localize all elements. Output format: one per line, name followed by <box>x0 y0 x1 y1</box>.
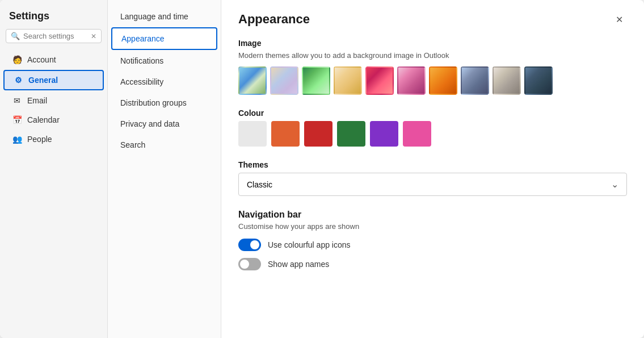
nav-bar-desc: Customise how your apps are shown <box>238 222 627 231</box>
image-thumb-2[interactable] <box>270 66 298 95</box>
sidebar-item-label-general: General <box>28 76 58 85</box>
middle-item-distribution-groups[interactable]: Distribution groups <box>111 93 217 113</box>
colour-section-title: Colour <box>238 109 627 118</box>
themes-section-title: Themes <box>238 160 627 169</box>
colour-swatch-purple[interactable] <box>370 121 398 147</box>
image-thumb-row <box>238 66 627 95</box>
middle-item-appearance[interactable]: Appearance <box>111 27 217 50</box>
clear-icon[interactable]: ✕ <box>91 32 96 40</box>
colour-swatch-red[interactable] <box>304 121 332 147</box>
themes-dropdown-value: Classic <box>247 180 272 189</box>
search-icon: 🔍 <box>11 32 20 40</box>
colour-swatch-pink[interactable] <box>403 121 431 147</box>
nav-bar-section: Navigation bar Customise how your apps a… <box>238 210 627 270</box>
middle-item-search[interactable]: Search <box>111 135 217 155</box>
people-icon: 👥 <box>12 135 22 144</box>
sidebar-item-label-email: Email <box>27 96 47 105</box>
toggle-label-colourful-icons: Use colourful app icons <box>268 240 351 249</box>
image-thumb-1[interactable] <box>238 66 267 95</box>
sidebar-item-general[interactable]: ⚙ General <box>3 70 104 90</box>
sidebar-item-calendar[interactable]: 📅 Calendar <box>3 111 104 129</box>
search-input[interactable] <box>23 32 87 40</box>
image-thumb-10[interactable] <box>524 66 553 95</box>
themes-dropdown[interactable]: Classic ⌄ <box>238 173 627 196</box>
envelope-icon: ✉ <box>12 96 22 105</box>
middle-item-privacy-and-data[interactable]: Privacy and data <box>111 114 217 134</box>
sidebar-item-email[interactable]: ✉ Email <box>3 91 104 110</box>
gear-icon: ⚙ <box>14 76 23 85</box>
main-header: Appearance ✕ <box>238 11 627 27</box>
colour-swatch-grey[interactable] <box>238 121 267 147</box>
image-section-title: Image <box>238 39 627 48</box>
chevron-down-icon: ⌄ <box>611 179 618 190</box>
main-content: Appearance ✕ Image Modern themes allow y… <box>221 0 644 338</box>
sidebar-item-label-people: People <box>27 135 52 144</box>
colour-section: Colour <box>238 109 627 147</box>
toggle-thumb-show-app-names <box>240 260 249 269</box>
sidebar-title: Settings <box>0 7 107 29</box>
image-thumb-3[interactable] <box>302 66 330 95</box>
toggle-label-show-app-names: Show app names <box>268 260 329 269</box>
image-thumb-7[interactable] <box>429 66 457 95</box>
sidebar-item-account[interactable]: 🧑 Account <box>3 51 104 69</box>
sidebar-item-people[interactable]: 👥 People <box>3 130 104 148</box>
toggle-row-colourful-icons: Use colourful app icons <box>238 239 627 251</box>
image-thumb-4[interactable] <box>334 66 362 95</box>
toggle-row-show-app-names: Show app names <box>238 258 627 270</box>
page-title: Appearance <box>238 12 310 27</box>
middle-item-accessibility[interactable]: Accessibility <box>111 72 217 92</box>
calendar-icon: 📅 <box>12 115 22 124</box>
colour-swatch-row <box>238 121 627 147</box>
image-thumb-5[interactable] <box>365 66 394 95</box>
image-section-desc: Modern themes allow you to add a backgro… <box>238 51 627 60</box>
middle-panel: Language and time Appearance Notificatio… <box>108 0 221 338</box>
sidebar-item-label-account: Account <box>27 55 56 64</box>
settings-window: Settings 🔍 ✕ 🧑 Account ⚙ General ✉ Email… <box>0 0 644 338</box>
person-icon: 🧑 <box>12 55 22 64</box>
themes-section: Themes Classic ⌄ <box>238 160 627 196</box>
toggle-show-app-names[interactable] <box>238 258 261 270</box>
toggle-thumb-colourful-icons <box>250 240 259 249</box>
image-thumb-8[interactable] <box>461 66 489 95</box>
middle-item-language-and-time[interactable]: Language and time <box>111 6 217 27</box>
image-thumb-6[interactable] <box>397 66 426 95</box>
search-box[interactable]: 🔍 ✕ <box>6 29 102 43</box>
colour-swatch-green[interactable] <box>337 121 365 147</box>
nav-bar-title: Navigation bar <box>238 210 627 220</box>
sidebar-item-label-calendar: Calendar <box>27 115 60 124</box>
sidebar: Settings 🔍 ✕ 🧑 Account ⚙ General ✉ Email… <box>0 0 108 338</box>
toggle-colourful-icons[interactable] <box>238 239 261 251</box>
close-button[interactable]: ✕ <box>611 11 627 27</box>
image-section: Image Modern themes allow you to add a b… <box>238 39 627 95</box>
colour-swatch-orange[interactable] <box>271 121 300 147</box>
image-thumb-9[interactable] <box>493 66 521 95</box>
middle-item-notifications[interactable]: Notifications <box>111 51 217 71</box>
